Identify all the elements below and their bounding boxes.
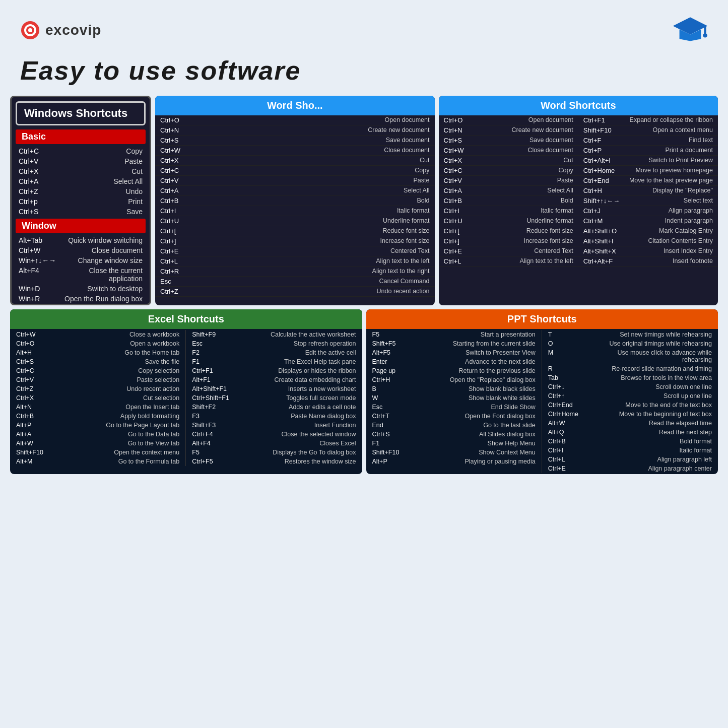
word-right-content: Ctrl+OOpen document Ctrl+NCreate new doc…: [439, 115, 718, 305]
exc-row: Ctrl+F4Close the selected window: [189, 430, 359, 439]
word-row: Ctrl+VPaste: [439, 176, 578, 186]
word-row: Ctrl+XCut: [155, 156, 435, 166]
word-row: Ctrl+CCopy: [155, 166, 435, 176]
word-row: Alt+Shift+XInsert Index Entry: [578, 246, 718, 256]
word-row: Shift+F10Open a context menu: [578, 125, 718, 136]
word-row: Ctrl+OOpen document: [439, 115, 578, 125]
word-row: Ctrl+PPrint a document: [578, 146, 718, 156]
tagline: Easy to use software: [10, 48, 718, 96]
ppt-row: EndGo to the last slide: [369, 421, 539, 430]
word-row: Ctrl+FFind text: [578, 136, 718, 146]
word-row: Ctrl+XCut: [439, 156, 578, 166]
svg-point-2: [28, 28, 32, 32]
word-row: Ctrl+BBold: [155, 196, 435, 206]
ppt-row: TSet new timings while rehearsing: [545, 330, 715, 339]
ppt-row: Ctrl+EndMove to the end of the text box: [545, 401, 715, 410]
word-row: Ctrl+IItalic format: [439, 206, 578, 216]
window-section-label: Window: [16, 219, 146, 233]
ppt-row: F1Show Help Menu: [369, 439, 539, 448]
ppt-col2: TSet new timings while rehearsing OUse o…: [542, 330, 718, 473]
word-row: Ctrl+Alt+FInsert footnote: [578, 256, 718, 267]
exc-row: Alt+MGo to the Formula tab: [13, 457, 182, 466]
excovip-logo-icon: [20, 20, 40, 40]
excel-content: Ctrl+WClose a workbook Ctrl+OOpen a work…: [10, 329, 362, 467]
shortcut-row: Ctrl+WClose document: [12, 245, 150, 255]
word-row: Ctrl+SSave document: [439, 136, 578, 146]
word-row: Ctrl+EndMove to the last preview page: [578, 176, 718, 186]
word-row: Ctrl+Alt+ISwitch to Print Preview: [578, 156, 718, 166]
basic-shortcuts-list: Ctrl+CCopy Ctrl+VPaste Ctrl+XCut Ctrl+AS…: [12, 146, 150, 217]
ppt-row: Alt+WRead the elapsed time: [545, 419, 715, 428]
svg-point-6: [703, 33, 707, 38]
word-row: Ctrl+OOpen document: [155, 115, 435, 125]
exc-row: Alt+Shift+F1Inserts a new worksheet: [189, 384, 359, 393]
windows-panel: Windows Shortcuts Basic Ctrl+CCopy Ctrl+…: [10, 96, 151, 305]
exc-row: F2Edit the active cell: [189, 348, 359, 357]
ppt-row: Ctrl+BBold format: [545, 437, 715, 446]
ppt-row: BShow blank black slides: [369, 384, 539, 393]
ppt-row: OUse original timings while rehearsing: [545, 339, 715, 348]
ppt-row: Alt+PPlaying or pausing media: [369, 457, 539, 466]
word-row: Ctrl+ASelect All: [155, 186, 435, 196]
exc-row: Alt+NOpen the Insert tab: [13, 403, 182, 412]
word-row: Ctrl+ZUndo recent action: [155, 287, 435, 297]
ppt-row: Shift+F5Starting from the current slide: [369, 339, 539, 348]
word-row: Ctrl+HDisplay the "Replace": [578, 186, 718, 196]
word-right-col2: Ctrl+F1Expand or collapse the ribbon Shi…: [578, 115, 718, 305]
exc-row: Shift+F2Adds or edits a cell note: [189, 403, 359, 412]
exc-row: Shift+F10Open the context menu: [13, 448, 182, 457]
basic-section-label: Basic: [16, 129, 146, 144]
word-row: Shift+↑↓←→Select text: [578, 196, 718, 206]
exc-row: Ctrl+F1Displays or hides the ribbon: [189, 366, 359, 375]
exc-row: Ctrl+Shift+F1Toggles full screen mode: [189, 393, 359, 403]
ppt-row: TabBrowse for tools in the view area: [545, 373, 715, 382]
logo-text: excovip: [45, 22, 101, 38]
ppt-row: Shift+F10Show Context Menu: [369, 448, 539, 457]
exc-row: Ctrl+ZUndo recent action: [13, 384, 182, 393]
word-row: Ctrl+JAlign paragraph: [578, 206, 718, 216]
shortcut-row: Ctrl+pPrint: [12, 196, 150, 207]
ppt-row: EscEnd Slide Show: [369, 403, 539, 412]
excel-col2: Shift+F9Calculate the active worksheet E…: [186, 330, 362, 466]
excel-header: Excel Shortcuts: [10, 309, 362, 329]
exc-row: Alt+AGo to the Data tab: [13, 430, 182, 439]
exc-row: Ctrl+BApply bold formatting: [13, 412, 182, 421]
ppt-col1: F5Start a presentation Shift+F5Starting …: [366, 330, 542, 473]
ppt-row: Alt+QRead the next step: [545, 428, 715, 437]
ppt-row: Ctrl+HomeMove to the beginning of text b…: [545, 410, 715, 419]
word-right-header: Word Shortcuts: [439, 96, 718, 115]
exc-row: Alt+F4Closes Excel: [189, 439, 359, 448]
ppt-row: MUse mouse click to advance while rehear…: [545, 348, 715, 364]
word-left-panel: Word Sho... Ctrl+OOpen document Ctrl+NCr…: [155, 96, 435, 305]
exc-row: Ctrl+CCopy selection: [13, 366, 182, 375]
ppt-panel: PPT Shortcuts F5Start a presentation Shi…: [366, 309, 718, 474]
ppt-row: Page upReturn to the previous slide: [369, 366, 539, 375]
word-row: Ctrl+LAlign text to the left: [439, 256, 578, 267]
ppt-header: PPT Shortcuts: [366, 309, 718, 329]
exc-row: EscStop refresh operation: [189, 339, 359, 348]
word-row: Ctrl+ECentered Text: [439, 246, 578, 256]
word-row: Ctrl+NCreate new document: [155, 125, 435, 136]
word-row: Ctrl+[Reduce font size: [439, 226, 578, 236]
logo-area: excovip: [20, 20, 101, 40]
ppt-row: Ctrl+TOpen the Font dialog box: [369, 412, 539, 421]
shortcut-row: Ctrl+ASelect All: [12, 176, 150, 186]
shortcut-row: Ctrl+VPaste: [12, 156, 150, 166]
ppt-row: EnterAdvance to the next slide: [369, 357, 539, 366]
exc-row: Ctrl+SSave the file: [13, 357, 182, 366]
windows-title-text: Windows Shortcuts: [24, 107, 127, 119]
header: excovip: [10, 10, 718, 48]
bottom-panels: Excel Shortcuts Ctrl+WClose a workbook C…: [10, 309, 718, 474]
exc-row: Ctrl+F5Restores the window size: [189, 457, 359, 466]
ppt-row: Ctrl+LAlign paragraph left: [545, 455, 715, 464]
word-row: Ctrl+BBold: [439, 196, 578, 206]
ppt-row: Ctrl+EAlign paragraph center: [545, 464, 715, 473]
shortcut-row: Win+DSwitch to desktop: [12, 284, 150, 294]
word-row: Ctrl+WClose document: [439, 146, 578, 156]
ppt-row: F5Start a presentation: [369, 330, 539, 339]
mortarboard-icon: [673, 15, 708, 45]
ppt-row: Ctrl+↑Scroll up one line: [545, 391, 715, 401]
exc-row: Ctrl+OOpen a workbook: [13, 339, 182, 348]
word-left-shortcuts: Ctrl+OOpen document Ctrl+NCreate new doc…: [155, 115, 435, 297]
exc-row: F1The Excel Help task pane: [189, 357, 359, 366]
